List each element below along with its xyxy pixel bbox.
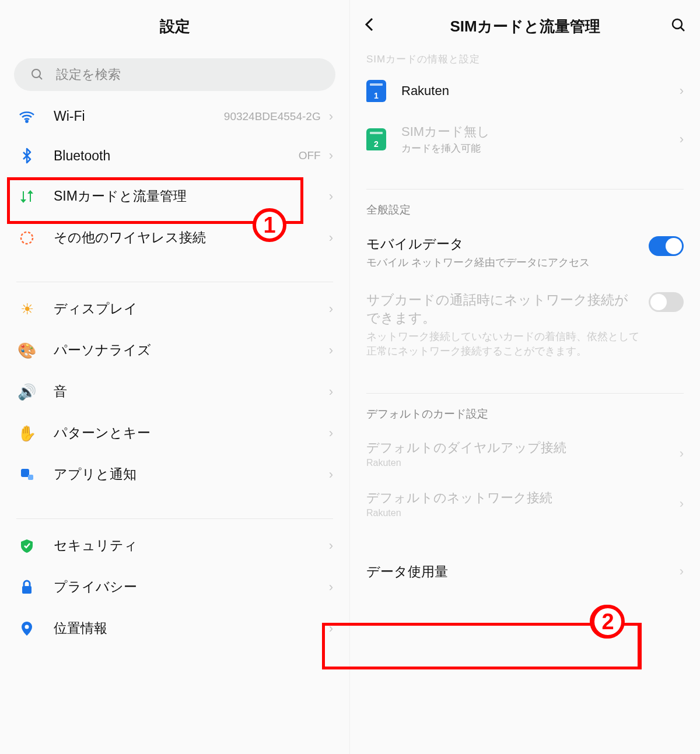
svg-point-2 (26, 120, 27, 122)
wifi-icon (16, 110, 37, 123)
chevron-right-icon: › (680, 83, 684, 99)
svg-rect-6 (22, 586, 32, 594)
speaker-icon: 🔊 (16, 384, 37, 399)
settings-pane: 設定 設定を検索 Wi-Fi 90324BDE4554-2G › Bluetoo… (0, 0, 350, 754)
row-personalize[interactable]: 🎨 パーソナライズ › (0, 329, 349, 371)
apps-icon (16, 468, 37, 482)
chevron-right-icon: › (680, 564, 684, 579)
chevron-right-icon: › (329, 343, 333, 358)
sim1-row[interactable]: 1 Rakuten › (350, 69, 700, 113)
sim1-icon: 1 (366, 80, 386, 102)
chevron-right-icon: › (329, 538, 333, 553)
row-hint: OFF (299, 149, 321, 162)
row-privacy[interactable]: プライバシー › (0, 566, 349, 608)
chevron-right-icon: › (329, 467, 333, 482)
divider (16, 282, 333, 282)
row-other-wireless[interactable]: その他のワイヤレス接続 › (0, 217, 349, 258)
row-label: 位置情報 (54, 619, 329, 637)
wireless-icon (16, 230, 37, 246)
default-dial-sub: Rakuten (366, 458, 680, 468)
row-label: Bluetooth (54, 148, 299, 164)
subcard-title: サブカードの通話時にネットワーク接続ができます。 (366, 291, 639, 327)
palette-icon: 🎨 (16, 343, 37, 358)
row-sound[interactable]: 🔊 音 › (0, 371, 349, 412)
sim-pane: SIMカードと流量管理 SIMカードの情報と設定 1 Rakuten › 2 S… (350, 0, 700, 754)
section-header-cutoff: SIMカードの情報と設定 (350, 52, 700, 69)
svg-line-1 (39, 76, 42, 79)
subcard-toggle (649, 292, 684, 312)
row-label: SIMカードと流量管理 (54, 187, 329, 205)
row-label: 音 (54, 383, 329, 401)
chevron-right-icon: › (329, 109, 333, 124)
back-button[interactable] (364, 16, 374, 37)
mobile-data-title: モバイルデータ (366, 235, 639, 253)
shield-icon (16, 538, 37, 553)
chevron-right-icon: › (329, 301, 333, 317)
default-dial-title: デフォルトのダイヤルアップ接続 (366, 439, 680, 457)
row-label: アプリと通知 (54, 465, 329, 483)
row-hint: 90324BDE4554-2G (224, 110, 321, 123)
annotation-highlight-2: 2 (350, 623, 640, 669)
sun-icon: ☀ (16, 301, 37, 317)
chevron-right-icon: › (680, 132, 684, 147)
chevron-right-icon: › (329, 384, 333, 399)
data-arrows-icon (16, 189, 37, 204)
divider (366, 393, 684, 394)
sim2-row[interactable]: 2 SIMカード無し カードを挿入可能 › (350, 113, 700, 166)
svg-rect-5 (28, 475, 33, 480)
row-wifi[interactable]: Wi-Fi 90324BDE4554-2G › (0, 97, 349, 136)
mobile-data-sub: モバイル ネットワーク経由でデータにアクセス (366, 255, 639, 270)
row-security[interactable]: セキュリティ › (0, 525, 349, 566)
chevron-right-icon: › (329, 426, 333, 441)
default-net-row[interactable]: デフォルトのネットワーク接続 Rakuten › (350, 479, 700, 529)
svg-line-9 (681, 27, 684, 31)
default-net-title: デフォルトのネットワーク接続 (366, 489, 680, 507)
row-label: パーソナライズ (54, 341, 329, 359)
svg-point-8 (673, 19, 682, 29)
sim1-label: Rakuten (401, 83, 680, 99)
sim2-label: SIMカード無し (401, 123, 680, 141)
page-title: SIMカードと流量管理 (450, 16, 600, 37)
search-button[interactable] (671, 17, 686, 35)
default-card-header: デフォルトのカード設定 (350, 399, 700, 429)
subcard-sub: ネットワーク接続していないカードの着信時、依然として正常にネットワーク接続するこ… (366, 329, 639, 359)
row-pattern[interactable]: ✋ パターンとキー › (0, 412, 349, 454)
chevron-right-icon: › (680, 496, 684, 511)
row-label: プライバシー (54, 578, 329, 596)
row-label: その他のワイヤレス接続 (54, 229, 329, 247)
row-bluetooth[interactable]: Bluetooth OFF › (0, 136, 349, 176)
chevron-right-icon: › (329, 621, 333, 636)
chevron-right-icon: › (680, 446, 684, 461)
general-settings-header: 全般設定 (350, 195, 700, 225)
data-usage-title: データ使用量 (366, 563, 680, 581)
title-bar: 設定 (0, 0, 349, 52)
divider (16, 518, 333, 519)
chevron-right-icon: › (329, 230, 333, 246)
location-icon (16, 620, 37, 637)
mobile-data-row[interactable]: モバイルデータ モバイル ネットワーク経由でデータにアクセス (350, 225, 700, 280)
row-label: パターンとキー (54, 424, 329, 442)
sim2-sub: カードを挿入可能 (401, 142, 680, 155)
chevron-right-icon: › (329, 189, 333, 204)
row-apps[interactable]: アプリと通知 › (0, 454, 349, 495)
default-dial-row[interactable]: デフォルトのダイヤルアップ接続 Rakuten › (350, 429, 700, 479)
page-title: 設定 (160, 16, 190, 37)
divider (366, 189, 684, 190)
row-display[interactable]: ☀ ディスプレイ › (0, 288, 349, 329)
chevron-right-icon: › (329, 148, 333, 163)
svg-point-7 (25, 625, 29, 629)
row-location[interactable]: 位置情報 › (0, 608, 349, 649)
search-icon (27, 68, 48, 82)
subcard-row: サブカードの通話時にネットワーク接続ができます。 ネットワーク接続していないカー… (350, 280, 700, 369)
row-label: Wi-Fi (54, 108, 224, 124)
hand-icon: ✋ (16, 426, 37, 441)
svg-point-3 (21, 232, 33, 244)
mobile-data-toggle[interactable] (649, 236, 684, 256)
sim2-icon: 2 (366, 128, 386, 150)
search-input[interactable]: 設定を検索 (14, 58, 335, 91)
lock-icon (16, 580, 37, 595)
data-usage-row[interactable]: データ使用量 › (350, 552, 700, 591)
svg-rect-4 (21, 469, 29, 477)
row-sim[interactable]: SIMカードと流量管理 › (0, 176, 349, 217)
row-label: セキュリティ (54, 536, 329, 555)
